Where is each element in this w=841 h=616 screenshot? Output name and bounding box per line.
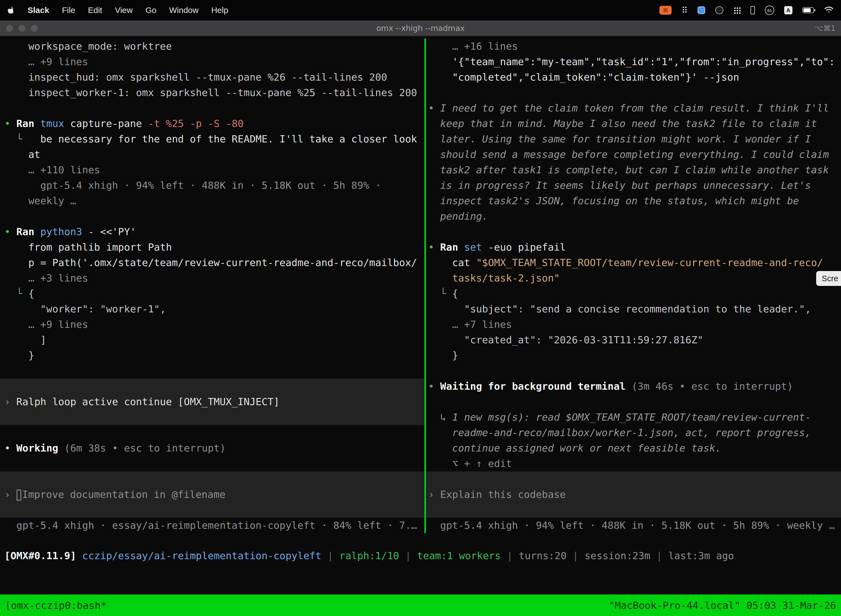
omx-session-status: [OMX#0.11.9] cczip/essay/ai-reimplementa… <box>0 548 841 563</box>
terminal-line: p = Path('.omx/state/team/review-current… <box>0 255 424 270</box>
terminal-line <box>0 100 424 116</box>
terminal-line <box>0 471 424 487</box>
model-status-left: gpt-5.4 xhigh · essay/ai-reimplementatio… <box>0 518 424 533</box>
terminal-pane-left[interactable]: workspace_mode: worktree … +9 lines insp… <box>0 39 424 533</box>
terminal-line: should send a message before completing … <box>426 147 841 162</box>
terminal-line <box>0 502 424 518</box>
terminal-line: └ { <box>426 286 841 301</box>
command-ran-python: • Ran python3 - <<'PY' <box>0 224 424 239</box>
window-titlebar: omx --xhigh --madmax ⌥⌘1 <box>0 21 841 37</box>
window-title: omx --xhigh --madmax <box>377 24 464 33</box>
screen-recording-indicator[interactable] <box>659 6 672 15</box>
terminal-line: "completed","claim_token":"claim-token"}… <box>426 70 841 85</box>
terminal-line: cat "$OMX_TEAM_STATE_ROOT/team/review-cu… <box>426 255 841 270</box>
app-circle-icon[interactable] <box>715 6 724 14</box>
traffic-lights <box>0 25 38 32</box>
terminal-line: continue assigned work or next feasible … <box>426 440 841 456</box>
waiting-status: • Waiting for background terminal (3m 46… <box>426 378 841 394</box>
wifi-icon[interactable] <box>824 6 834 15</box>
terminal-line: weekly … <box>0 193 424 209</box>
terminal-line: "worker": "worker-1", <box>0 301 424 317</box>
terminal-line: readme-and-reco/mailbox/worker-1.json, a… <box>426 425 841 440</box>
terminal-line: keep that in mind. Maybe I also need the… <box>426 116 841 131</box>
terminal-line: inspect_hud: omx sparkshell --tmux-pane … <box>0 70 424 85</box>
battery-percentage-badge[interactable]: 61 <box>765 6 774 15</box>
terminal-line <box>0 363 424 378</box>
terminal-line <box>426 471 841 487</box>
working-status: • Working (6m 38s • esc to interrupt) <box>0 440 424 456</box>
battery-icon[interactable] <box>802 7 814 13</box>
terminal-line <box>0 409 424 425</box>
terminal-line: "subject": "send a concise recommendatio… <box>426 301 841 317</box>
window-shortcut-hint: ⌥⌘1 <box>815 24 835 32</box>
terminal-line: is in progress? It seems likely but perh… <box>426 178 841 193</box>
menu-bar-left: Slack File Edit View Go Window Help <box>7 6 228 15</box>
active-app-name[interactable]: Slack <box>28 6 49 15</box>
screen: Slack File Edit View Go Window Help ⠿ 61… <box>0 0 841 616</box>
terminal-line: … +3 lines <box>0 270 424 286</box>
model-status-right: gpt-5.4 xhigh · 94% left · 488K in · 5.1… <box>426 518 841 533</box>
omx-status-line: [OMX#0.11.9] cczip/essay/ai-reimplementa… <box>0 548 841 563</box>
terminal-line: … +7 lines <box>426 317 841 332</box>
thinking-text: • I need to get the claim token from the… <box>426 100 841 116</box>
terminal-line: ⌥ + ↑ edit <box>426 456 841 471</box>
terminal-line: inspect_worker-1: omx sparkshell --tmux-… <box>0 85 424 100</box>
terminal-line <box>0 378 424 394</box>
terminal-window: workspace_mode: worktree … +9 lines insp… <box>0 37 841 616</box>
terminal-line: … +16 lines <box>426 39 841 54</box>
minimize-button[interactable] <box>19 25 25 32</box>
terminal-line: from pathlib import Path <box>0 239 424 255</box>
terminal-line <box>0 456 424 471</box>
display-mirroring-icon[interactable] <box>750 6 755 14</box>
input-source-icon[interactable]: A <box>784 6 793 14</box>
terminal-pane-right[interactable]: … +16 lines '{"team_name":"my-team","tas… <box>426 39 841 533</box>
command-ran-set: • Ran set -euo pipefail <box>426 239 841 255</box>
terminal-line <box>0 425 424 440</box>
command-ran-tmux: • Ran tmux capture-pane -t %25 -p -S -80 <box>0 116 424 131</box>
terminal-line <box>0 209 424 224</box>
keyboard-icon[interactable]: ⠿ <box>681 6 687 15</box>
dots-grid-icon[interactable] <box>733 7 741 14</box>
terminal-line: '{"team_name":"my-team","task_id":"1","f… <box>426 54 841 70</box>
menu-file[interactable]: File <box>62 6 75 15</box>
apple-menu[interactable] <box>7 6 15 15</box>
queued-prompt[interactable]: › Ralph loop active continue [OMX_TMUX_I… <box>0 394 424 409</box>
close-button[interactable] <box>6 25 13 32</box>
terminal-line: ↳ 1 new msg(s): read $OMX_TEAM_STATE_ROO… <box>426 409 841 425</box>
apple-icon <box>7 6 15 15</box>
tmux-panes: workspace_mode: worktree … +9 lines insp… <box>0 37 841 533</box>
menu-go[interactable]: Go <box>145 6 157 15</box>
menu-edit[interactable]: Edit <box>88 6 103 15</box>
terminal-line <box>426 224 841 239</box>
menu-bar: Slack File Edit View Go Window Help ⠿ 61… <box>0 0 841 21</box>
tmux-host-clock: "MacBook-Pro-44.local" 05:03 31-Mar-26 <box>609 600 836 611</box>
terminal-line: task2 after task1 is complete, but can I… <box>426 162 841 178</box>
terminal-line: └ { <box>0 286 424 301</box>
terminal-line: } <box>426 348 841 363</box>
terminal-line: gpt-5.4 xhigh · 94% left · 488K in · 5.1… <box>0 178 424 193</box>
terminal-line: "created_at": "2026-03-31T11:59:27.816Z" <box>426 332 841 348</box>
menu-bar-status-icons: ⠿ 61 A <box>659 6 834 15</box>
terminal-line <box>426 502 841 518</box>
terminal-line: … +110 lines <box>0 162 424 178</box>
terminal-line <box>426 85 841 100</box>
terminal-line: } <box>0 348 424 363</box>
terminal-line: … +9 lines <box>0 317 424 332</box>
composer-input[interactable]: › Explain this codebase <box>426 487 841 502</box>
terminal-line: pending. <box>426 209 841 224</box>
menu-view[interactable]: View <box>115 6 132 15</box>
raycast-icon[interactable] <box>697 6 705 14</box>
zoom-button[interactable] <box>31 25 38 32</box>
terminal-line <box>426 363 841 378</box>
screen-share-tooltip: Scre <box>816 271 841 286</box>
terminal-line: └ be necessary for the end of the README… <box>0 131 424 147</box>
terminal-line <box>426 394 841 409</box>
terminal-line: tasks/task-2.json" <box>426 270 841 286</box>
terminal-line: at <box>0 147 424 162</box>
terminal-line: workspace_mode: worktree <box>0 39 424 54</box>
terminal-line: later. Using the same for transition mig… <box>426 131 841 147</box>
menu-help[interactable]: Help <box>211 6 229 15</box>
terminal-line: … +9 lines <box>0 54 424 70</box>
composer-input[interactable]: › Improve documentation in @filename <box>0 487 424 502</box>
menu-window[interactable]: Window <box>169 6 199 15</box>
